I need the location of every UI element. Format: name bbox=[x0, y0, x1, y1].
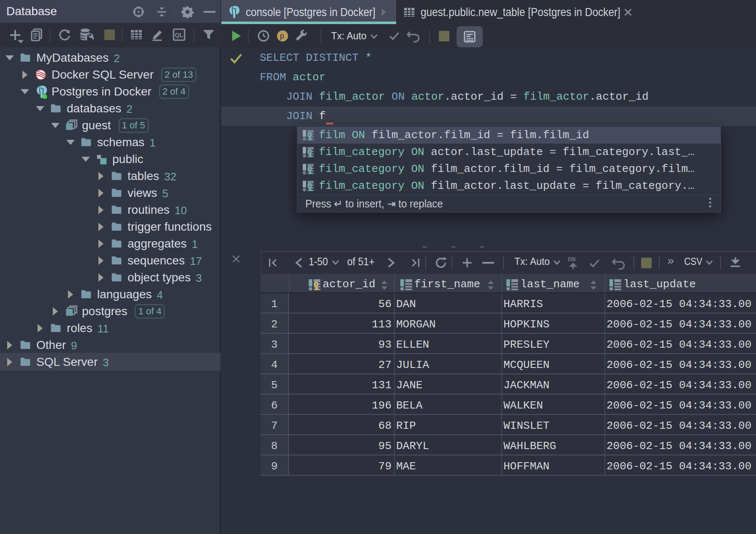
svg-text:DB: DB bbox=[568, 256, 576, 262]
svg-text:QL: QL bbox=[175, 32, 183, 38]
svg-text:p: p bbox=[280, 32, 284, 40]
